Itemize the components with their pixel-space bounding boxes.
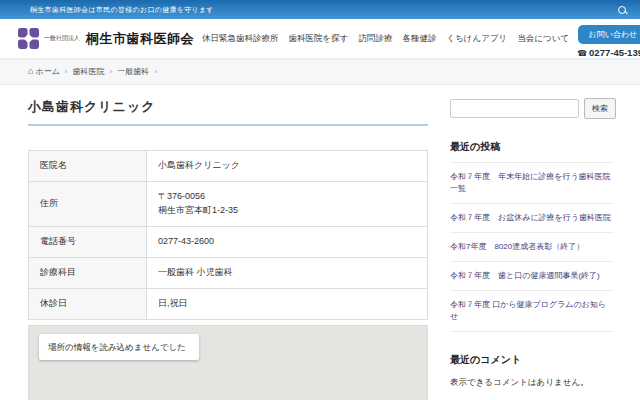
table-row: 休診日 日,祝日: [29, 288, 428, 319]
post-link-health-program[interactable]: 令和７年度 口から健康プログラムのお知らせ: [450, 291, 614, 332]
main-nav: 休日緊急歯科診療所 歯科医院を探す 訪問診療 各種健診 くちけんアプリ 当会につ…: [194, 33, 577, 45]
row-label-phone: 電話番号: [29, 226, 147, 257]
breadcrumb-general-dentistry[interactable]: 一般歯科: [117, 66, 149, 77]
row-value-phone: 0277-43-2600: [147, 226, 428, 257]
sidebar-search: 検索: [450, 98, 614, 119]
phone-number: 0277-45-1397: [577, 47, 640, 58]
contact-button[interactable]: お問い合わせ: [578, 25, 640, 44]
page-title: 小島歯科クリニック: [28, 98, 428, 126]
breadcrumb-separator: ›: [109, 67, 112, 76]
row-value-closed-days: 日,祝日: [147, 288, 428, 319]
main-column: 小島歯科クリニック 医院名 小島歯科クリニック 住所 〒376-0056 桐生市…: [28, 98, 428, 400]
page: 桐生市歯科医師会は市民の皆様のお口の健康を守ります 一般社団法人 桐生市歯科医師…: [0, 0, 640, 400]
nav-item-find-clinic[interactable]: 歯科医院を探す: [289, 33, 349, 45]
row-value-clinic-name: 小島歯科クリニック: [147, 151, 428, 182]
recent-comments-empty: 表示できるコメントはありません。: [450, 377, 614, 389]
recent-posts-list: 令和７年度 年末年始に診療を行う歯科医院一覧 令和７年度 お盆休みに診療を行う歯…: [450, 162, 614, 332]
row-label-departments: 診療科目: [29, 257, 147, 288]
phone-number-text: 0277-45-1397: [589, 47, 640, 58]
row-value-departments: 一般歯科 小児歯科: [147, 257, 428, 288]
phone-icon: [577, 47, 589, 58]
table-row: 医院名 小島歯科クリニック: [29, 151, 428, 182]
site-tagline: 桐生市歯科医師会は市民の皆様のお口の健康を守ります: [30, 0, 214, 19]
header-right: お問い合わせ 0277-45-1397: [577, 25, 640, 58]
map-embed[interactable]: 場所の情報を読み込めませんでした: [28, 325, 428, 400]
breadcrumb: ホーム › 歯科医院 › 一般歯科 ›: [28, 66, 640, 77]
search-input[interactable]: [450, 99, 579, 118]
row-label-address: 住所: [29, 181, 147, 226]
nav-item-home-visit[interactable]: 訪問診療: [358, 33, 392, 45]
search-icon[interactable]: [618, 6, 626, 14]
table-row: 電話番号 0277-43-2600: [29, 226, 428, 257]
breadcrumb-bar: ホーム › 歯科医院 › 一般歯科 ›: [0, 58, 640, 85]
post-link-nenmatsu[interactable]: 令和７年度 年末年始に診療を行う歯科医院一覧: [450, 162, 614, 204]
nav-item-about[interactable]: 当会について: [517, 33, 569, 45]
header: 一般社団法人 桐生市歯科医師会 休日緊急歯科診療所 歯科医院を探す 訪問診療 各…: [0, 19, 640, 58]
site-logo[interactable]: 一般社団法人 桐生市歯科医師会: [18, 28, 194, 49]
recent-posts-heading: 最近の投稿: [450, 140, 614, 154]
breadcrumb-dental-clinics[interactable]: 歯科医院: [72, 66, 104, 77]
breadcrumb-home[interactable]: ホーム: [28, 66, 60, 77]
search-button[interactable]: 検索: [584, 98, 616, 119]
table-row: 診療科目 一般歯科 小児歯科: [29, 257, 428, 288]
sidebar: 検索 最近の投稿 令和７年度 年末年始に診療を行う歯科医院一覧 令和７年度 お盆…: [450, 98, 614, 400]
table-row: 住所 〒376-0056 桐生市宮本町1-2-35: [29, 181, 428, 226]
map-error-message: 場所の情報を読み込めませんでした: [39, 334, 199, 361]
breadcrumb-separator: ›: [154, 67, 157, 76]
nav-item-kuchiken-app[interactable]: くちけんアプリ: [446, 33, 507, 45]
post-link-obon[interactable]: 令和７年度 お盆休みに診療を行う歯科医院: [450, 204, 614, 233]
nav-item-emergency-clinic[interactable]: 休日緊急歯科診療所: [202, 33, 279, 45]
logo-icon: [18, 28, 39, 49]
clinic-info-table: 医院名 小島歯科クリニック 住所 〒376-0056 桐生市宮本町1-2-35 …: [28, 150, 428, 320]
content: 小島歯科クリニック 医院名 小島歯科クリニック 住所 〒376-0056 桐生市…: [0, 85, 640, 400]
row-label-closed-days: 休診日: [29, 288, 147, 319]
post-link-8020[interactable]: 令和7年度 8020達成者表彰（終了）: [450, 233, 614, 262]
org-type-label: 一般社団法人: [44, 34, 80, 43]
breadcrumb-separator: ›: [65, 67, 68, 76]
post-link-health-week[interactable]: 令和７年度 歯と口の健康週間事業(終了): [450, 262, 614, 291]
row-label-clinic-name: 医院名: [29, 151, 147, 182]
row-value-address: 〒376-0056 桐生市宮本町1-2-35: [147, 181, 428, 226]
nav-item-checkups[interactable]: 各種健診: [402, 33, 436, 45]
recent-comments-heading: 最近のコメント: [450, 353, 614, 367]
site-title: 桐生市歯科医師会: [86, 30, 194, 48]
topbar: 桐生市歯科医師会は市民の皆様のお口の健康を守ります: [0, 0, 640, 19]
